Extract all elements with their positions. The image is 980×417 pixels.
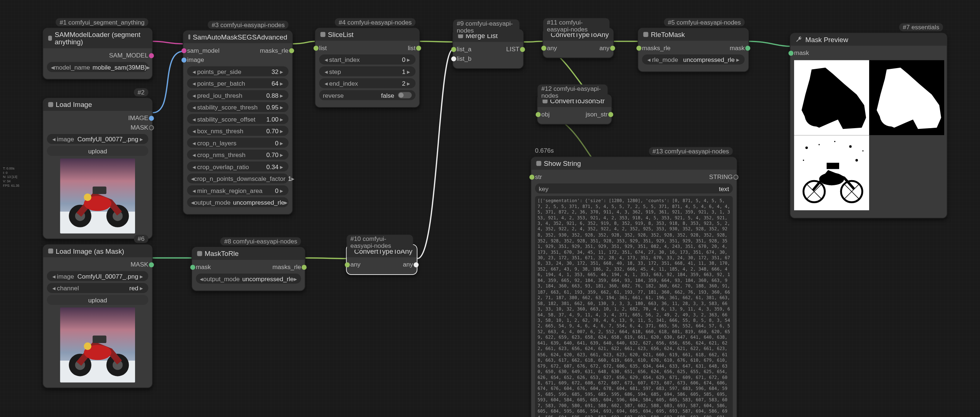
widget-crop_overlap_ratio[interactable]: ◂crop_overlap_ratio0.34▸ xyxy=(187,161,288,171)
node-sam-automask[interactable]: #3 comfyui-easyapi-nodes SamAutoMaskSEGS… xyxy=(183,30,293,215)
widget-start_index[interactable]: ◂start_index0▸ xyxy=(319,54,415,64)
node-rle-to-mask[interactable]: #5 comfyui-easyapi-nodes RleToMask masks… xyxy=(638,27,749,72)
upload-button[interactable]: upload xyxy=(47,295,148,305)
widget-points_per_side[interactable]: ◂points_per_side32▸ xyxy=(187,66,288,76)
svg-point-7 xyxy=(84,193,91,201)
svg-point-37 xyxy=(805,146,808,149)
node-load-image[interactable]: #2 Load Image IMAGE MASK ◂imageComfyUI_0… xyxy=(43,98,153,239)
node-convert-type-11[interactable]: #11 comfyui-easyapi-nodes ConvertTypeToA… xyxy=(543,27,614,58)
node-slice-list[interactable]: #4 comfyui-easyapi-nodes SliceList listl… xyxy=(315,27,420,108)
node-load-image-as-mask[interactable]: #6 Load Image (as Mask) MASK ◂imageComfy… xyxy=(43,244,153,388)
svg-point-20 xyxy=(842,102,865,125)
node-title[interactable]: Load Image xyxy=(43,98,152,111)
widget-min_mask_region_area[interactable]: ◂min_mask_region_area0▸ xyxy=(187,185,288,195)
svg-point-27 xyxy=(819,173,844,185)
widget-output_mode[interactable]: ◂output_modeuncompressed_rle▸ xyxy=(187,197,288,207)
svg-point-42 xyxy=(803,160,804,161)
svg-point-39 xyxy=(834,141,835,142)
widget-key[interactable]: keytext xyxy=(535,183,733,193)
string-output[interactable]: [['segmentation': {'size': [1280, 1280],… xyxy=(535,196,733,417)
svg-rect-44 xyxy=(869,135,944,210)
upload-button[interactable]: upload xyxy=(47,146,148,156)
widget-output-mode[interactable]: ◂output_modeuncompressed_rle▸ xyxy=(196,274,301,283)
svg-point-41 xyxy=(862,150,863,151)
widget-reverse[interactable]: reversefalse xyxy=(319,90,415,100)
widget-crop_n_points_downscale_factor[interactable]: ◂crop_n_points_downscale_factor1▸ xyxy=(187,173,288,183)
svg-point-22 xyxy=(880,104,902,127)
node-convert-json-str[interactable]: 0.001s #12 comfyui-easyapi-nodes Convert… xyxy=(537,94,612,125)
svg-point-19 xyxy=(805,104,827,127)
svg-point-40 xyxy=(849,145,851,148)
widget-crop_nms_thresh[interactable]: ◂crop_nms_thresh0.70▸ xyxy=(187,150,288,160)
widget-rle-mode[interactable]: ◂rle_modeuncompressed_rle▸ xyxy=(642,54,745,64)
node-badge: #2 xyxy=(134,88,149,96)
widget-points_per_batch[interactable]: ◂points_per_batch64▸ xyxy=(187,78,288,88)
svg-point-38 xyxy=(819,144,820,145)
node-convert-type-10[interactable]: #10 comfyui-easyapi-nodes ConvertTypeToA… xyxy=(346,244,418,275)
svg-rect-28 xyxy=(827,163,839,169)
node-show-string[interactable]: 0.676s #13 comfyui-easyapi-nodes Show St… xyxy=(531,157,737,417)
image-preview xyxy=(60,307,135,383)
svg-point-23 xyxy=(918,102,940,125)
node-merge-list[interactable]: #9 comfyui-easyapi-nodes Merge List list… xyxy=(452,29,523,69)
mask-preview-grid xyxy=(794,60,944,210)
svg-point-16 xyxy=(84,342,91,350)
svg-point-43 xyxy=(856,159,858,161)
arrow-left-icon: ◂ xyxy=(51,64,54,71)
widget-model-name[interactable]: ◂model_namemobile_sam(39MB)▸ xyxy=(47,62,148,72)
widget-step[interactable]: ◂step1▸ xyxy=(319,66,415,76)
widget-box_nms_thresh[interactable]: ◂box_nms_thresh0.70▸ xyxy=(187,126,288,136)
svg-rect-17 xyxy=(92,336,107,344)
image-preview xyxy=(60,159,135,234)
widget-end_index[interactable]: ◂end_index2▸ xyxy=(319,78,415,88)
node-badge: #1 comfyui_segment_anything xyxy=(56,18,148,26)
node-mask-preview[interactable]: #7 essentials Mask Preview mask xyxy=(790,33,947,218)
widget-crop_n_layers[interactable]: ◂crop_n_layers0▸ xyxy=(187,138,288,148)
stats-overlay: T: 0.00s I: 0 N: 13 [13] V: 34 FPS: 61.3… xyxy=(3,167,19,188)
node-sam-model-loader[interactable]: #1 comfyui_segment_anything SAMModelLoad… xyxy=(43,27,153,80)
svg-rect-8 xyxy=(92,187,107,194)
node-mask-to-rle[interactable]: #8 comfyui-easyapi-nodes MaskToRle maskm… xyxy=(191,247,305,291)
arrow-right-icon: ▸ xyxy=(147,64,150,71)
widget-image[interactable]: ◂imageComfyUI_00077_.png▸ xyxy=(47,134,148,144)
widget-pred_iou_thresh[interactable]: ◂pred_iou_thresh0.88▸ xyxy=(187,90,288,100)
widget-image[interactable]: ◂imageComfyUI_00077_.png▸ xyxy=(47,271,148,281)
widget-channel[interactable]: ◂channelred▸ xyxy=(47,283,148,293)
node-title[interactable]: SAMModelLoader (segment anything) xyxy=(43,28,152,48)
widget-stability_score_offset[interactable]: ◂stability_score_offset1.00▸ xyxy=(187,114,288,124)
widget-stability_score_thresh[interactable]: ◂stability_score_thresh0.95▸ xyxy=(187,102,288,112)
wrench-icon xyxy=(795,35,803,43)
